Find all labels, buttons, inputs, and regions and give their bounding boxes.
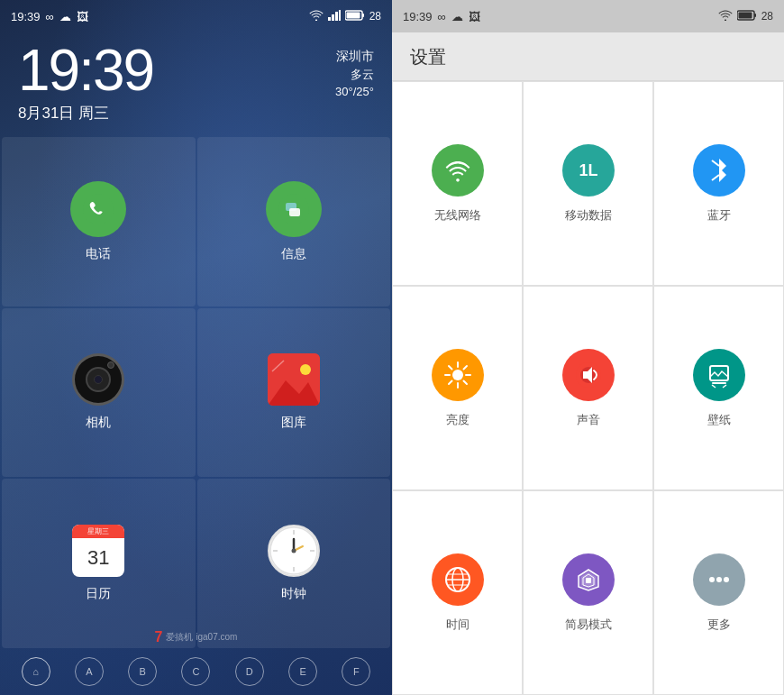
svg-point-7: [83, 194, 114, 224]
svg-rect-10: [289, 208, 300, 216]
right-panel: 19:39 ∞ ☁ 🖼 28: [392, 0, 784, 695]
message-label: 信息: [281, 246, 306, 262]
nav-e[interactable]: E: [288, 657, 317, 686]
camera-label: 相机: [86, 415, 111, 431]
app-cell-camera[interactable]: 相机: [2, 308, 196, 478]
svg-rect-42: [712, 382, 726, 384]
right-icon-img: 🖼: [469, 10, 480, 23]
easymode-label: 简易模式: [565, 617, 612, 633]
svg-line-27: [712, 160, 719, 166]
left-status-bar: 19:39 ∞ ☁ 🖼: [0, 0, 392, 32]
gallery-icon: [268, 353, 320, 406]
settings-title-bar: 设置: [392, 32, 784, 81]
phone-icon: [70, 181, 126, 237]
settings-sound[interactable]: 声音: [523, 286, 653, 490]
left-status-time: 19:39 ∞ ☁ 🖼: [11, 10, 88, 23]
svg-text:1L: 1L: [579, 161, 597, 179]
clock-time: 19:39: [18, 41, 153, 99]
nav-d[interactable]: D: [235, 657, 264, 686]
app-cell-clock[interactable]: 时钟: [197, 479, 391, 648]
left-status-right: 28: [309, 10, 381, 23]
weather-info: 深圳市 多云 30°/25°: [335, 49, 374, 98]
wallpaper-icon: [693, 349, 745, 401]
nav-c[interactable]: C: [181, 657, 210, 686]
svg-line-44: [723, 385, 726, 388]
settings-more[interactable]: 更多: [653, 490, 784, 695]
right-time: 19:39: [403, 10, 433, 23]
app-grid: 电话 信息 相机: [2, 137, 390, 648]
left-status-icon-cloud: ☁: [59, 10, 71, 23]
settings-bluetooth[interactable]: 蓝牙: [653, 81, 784, 286]
svg-point-22: [291, 549, 296, 553]
bluetooth-label: 蓝牙: [707, 207, 731, 224]
phone-label: 电话: [86, 246, 111, 262]
svg-line-34: [449, 366, 452, 370]
sound-label: 声音: [577, 412, 600, 428]
settings-brightness[interactable]: 亮度: [392, 286, 523, 490]
svg-rect-24: [738, 12, 752, 18]
settings-easymode[interactable]: 简易模式: [523, 490, 653, 695]
settings-title: 设置: [410, 45, 766, 69]
left-status-icon-image: 🖼: [77, 10, 88, 23]
nav-b[interactable]: B: [128, 657, 157, 686]
svg-rect-6: [362, 14, 364, 17]
left-signal-icon: [328, 10, 341, 23]
svg-rect-2: [335, 12, 338, 21]
weather-condition: 多云: [335, 67, 374, 83]
svg-rect-0: [328, 17, 331, 21]
bottom-nav: ⌂ A B C D E F: [0, 648, 392, 695]
cal-day-number: 31: [87, 538, 109, 577]
app-cell-phone[interactable]: 电话: [2, 137, 196, 306]
camera-icon: [72, 353, 124, 406]
svg-rect-3: [339, 10, 341, 21]
settings-time[interactable]: 时间: [392, 490, 523, 695]
mobile-data-icon: 1L: [562, 144, 615, 197]
weather-temp: 30°/25°: [335, 85, 374, 98]
clock-area: 19:39 8月31日 周三 深圳市 多云 30°/25°: [0, 32, 392, 128]
globe-icon: [432, 553, 484, 606]
wallpaper-label: 壁纸: [707, 412, 731, 428]
left-battery-level: 28: [369, 10, 381, 23]
clock-date: 8月31日 周三: [18, 103, 153, 123]
settings-wifi[interactable]: 无线网络: [392, 81, 523, 286]
app-cell-calendar[interactable]: 星期三 31 日历: [2, 479, 196, 648]
svg-rect-51: [586, 578, 591, 583]
svg-line-28: [712, 175, 719, 180]
brightness-label: 亮度: [446, 412, 469, 428]
right-status-time: 19:39 ∞ ☁ 🖼: [403, 10, 480, 23]
clock-icon: [268, 525, 320, 577]
brightness-icon: [432, 349, 484, 401]
app-cell-message[interactable]: 信息: [197, 137, 391, 306]
nav-f[interactable]: F: [342, 657, 370, 686]
wifi-icon: [432, 144, 484, 197]
clock-app-label: 时钟: [281, 586, 306, 602]
right-status-icons: 28: [718, 10, 773, 23]
left-time: 19:39: [11, 10, 41, 23]
right-wifi-icon: [718, 10, 733, 23]
nav-a[interactable]: A: [75, 657, 104, 686]
bluetooth-icon: [693, 144, 745, 197]
left-battery-icon: [345, 10, 365, 23]
settings-grid: 无线网络 1L 移动数据 蓝牙: [392, 81, 784, 695]
settings-wallpaper[interactable]: 壁纸: [653, 286, 784, 490]
clock-left: 19:39 8月31日 周三: [18, 41, 153, 123]
settings-data[interactable]: 1L 移动数据: [523, 81, 653, 286]
calendar-icon: 星期三 31: [72, 525, 124, 577]
right-battery-icon: [737, 10, 757, 23]
weather-city: 深圳市: [335, 49, 374, 65]
message-icon: [266, 181, 322, 237]
right-icon-inf: ∞: [438, 10, 446, 23]
time-label: 时间: [446, 617, 469, 633]
svg-point-52: [709, 577, 715, 582]
right-battery-level: 28: [761, 10, 773, 23]
app-cell-gallery[interactable]: 图库: [197, 308, 391, 478]
right-status-bar: 19:39 ∞ ☁ 🖼 28: [392, 0, 784, 32]
more-label: 更多: [707, 617, 731, 633]
left-status-icon-infinity: ∞: [46, 10, 54, 23]
nav-home[interactable]: ⌂: [22, 657, 50, 686]
gallery-label: 图库: [281, 415, 306, 431]
data-label: 移动数据: [565, 207, 612, 224]
svg-point-13: [300, 364, 311, 375]
calendar-label: 日历: [86, 586, 111, 602]
svg-line-43: [712, 385, 716, 388]
